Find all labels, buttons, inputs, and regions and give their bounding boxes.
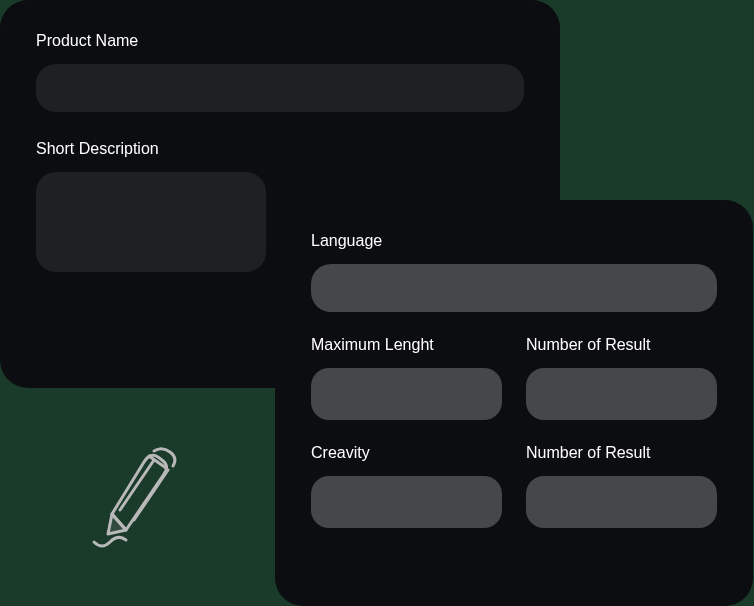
num-result-2-group: Number of Result — [526, 444, 717, 528]
num-result-1-group: Number of Result — [526, 336, 717, 420]
creativity-label: Creavity — [311, 444, 502, 462]
num-result-1-input[interactable] — [526, 368, 717, 420]
product-name-label: Product Name — [36, 32, 524, 50]
max-length-group: Maximum Lenght — [311, 336, 502, 420]
pencil-icon — [86, 444, 186, 552]
svg-line-0 — [134, 470, 168, 520]
num-result-1-label: Number of Result — [526, 336, 717, 354]
short-description-label: Short Description — [36, 140, 524, 158]
creativity-group: Creavity — [311, 444, 502, 528]
product-name-group: Product Name — [36, 32, 524, 112]
creativity-input[interactable] — [311, 476, 502, 528]
language-input[interactable] — [311, 264, 717, 312]
num-result-2-label: Number of Result — [526, 444, 717, 462]
short-description-input[interactable] — [36, 172, 266, 272]
creativity-result-row: Creavity Number of Result — [311, 444, 717, 528]
settings-form-card: Language Maximum Lenght Number of Result… — [275, 200, 753, 606]
svg-line-1 — [120, 460, 154, 510]
length-result-row: Maximum Lenght Number of Result — [311, 336, 717, 420]
num-result-2-input[interactable] — [526, 476, 717, 528]
language-group: Language — [311, 232, 717, 312]
language-label: Language — [311, 232, 717, 250]
product-name-input[interactable] — [36, 64, 524, 112]
max-length-label: Maximum Lenght — [311, 336, 502, 354]
max-length-input[interactable] — [311, 368, 502, 420]
